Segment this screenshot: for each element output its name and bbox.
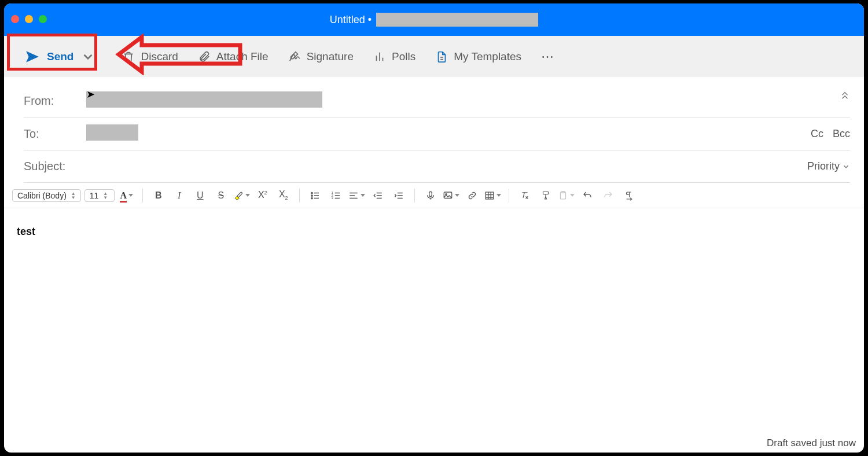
font-name-value: Calibri (Body) <box>17 191 67 200</box>
svg-point-1 <box>311 194 312 196</box>
dictate-button[interactable] <box>422 187 439 204</box>
indent-icon <box>393 190 404 201</box>
ellipsis-icon: ⋯ <box>541 49 555 64</box>
underline-button[interactable]: U <box>192 187 209 204</box>
paint-icon <box>540 190 551 201</box>
to-value[interactable] <box>86 124 811 143</box>
attach-label: Attach File <box>216 50 269 63</box>
signature-button[interactable]: Signature <box>288 50 354 63</box>
signature-label: Signature <box>307 50 354 63</box>
font-name-select[interactable]: Calibri (Body) ▲▼ <box>12 189 81 202</box>
subscript-button[interactable]: X2 <box>275 187 292 204</box>
svg-point-2 <box>311 197 312 198</box>
main-toolbar: Send Discard Attach File Signature Polls… <box>4 36 864 78</box>
close-window-icon[interactable] <box>11 15 19 23</box>
body-text: test <box>17 226 35 237</box>
bullets-icon <box>310 190 321 201</box>
svg-rect-9 <box>486 192 494 199</box>
templates-icon <box>435 50 448 63</box>
polls-label: Polls <box>392 50 415 63</box>
subject-label: Subject: <box>24 160 86 173</box>
window-title: Untitled • <box>330 13 538 27</box>
from-value[interactable] <box>86 91 850 110</box>
italic-icon: I <box>178 190 181 201</box>
align-button[interactable] <box>348 187 366 204</box>
insert-picture-button[interactable] <box>443 187 460 204</box>
font-color-icon: A <box>120 190 127 201</box>
strikethrough-button[interactable]: S <box>212 187 230 204</box>
title-redacted <box>376 13 538 27</box>
subject-row: Subject: Priority <box>24 150 850 183</box>
separator <box>414 189 415 203</box>
svg-rect-6 <box>429 192 432 196</box>
separator <box>142 189 143 203</box>
text-direction-button[interactable] <box>620 187 638 204</box>
clear-formatting-button[interactable] <box>516 187 534 204</box>
stepper-icon: ▲▼ <box>103 192 108 200</box>
to-label: To: <box>24 127 86 141</box>
redo-button[interactable] <box>599 187 617 204</box>
outdent-button[interactable] <box>369 187 387 204</box>
subject-input[interactable] <box>86 160 807 173</box>
clear-format-icon <box>520 190 530 201</box>
underline-icon: U <box>197 190 204 201</box>
chevron-down-icon <box>842 163 850 171</box>
polls-button[interactable]: Polls <box>373 50 415 63</box>
font-size-select[interactable]: 11 ▲▼ <box>84 189 115 202</box>
collapse-header-button[interactable] <box>840 90 850 103</box>
font-color-button[interactable]: A <box>118 187 135 204</box>
chevron-down-icon[interactable] <box>80 49 95 64</box>
from-row: ➤ From: <box>24 84 850 117</box>
superscript-button[interactable]: X2 <box>254 187 271 204</box>
priority-button[interactable]: Priority <box>807 160 850 172</box>
trash-icon <box>122 50 135 63</box>
discard-button[interactable]: Discard <box>122 50 178 63</box>
window-controls <box>11 15 47 23</box>
outdent-icon <box>373 190 383 201</box>
polls-icon <box>373 50 386 63</box>
indent-button[interactable] <box>390 187 407 204</box>
bcc-button[interactable]: Bcc <box>833 128 850 140</box>
title-label: Untitled • <box>330 14 372 26</box>
table-icon <box>484 190 495 201</box>
redo-icon <box>603 190 613 201</box>
message-body[interactable]: test <box>4 208 864 255</box>
clipboard-icon <box>558 190 568 201</box>
discard-label: Discard <box>141 50 178 63</box>
stepper-icon: ▲▼ <box>71 192 76 200</box>
my-templates-button[interactable]: My Templates <box>435 50 521 63</box>
highlight-button[interactable] <box>233 187 251 204</box>
signature-icon <box>288 50 301 63</box>
attach-file-button[interactable]: Attach File <box>198 50 269 63</box>
header-fields: ➤ From: To: Cc Bcc Subject: <box>4 78 864 183</box>
titlebar: Untitled • <box>4 3 864 36</box>
cc-button[interactable]: Cc <box>811 128 823 140</box>
insert-link-button[interactable] <box>464 187 481 204</box>
to-row: To: Cc Bcc <box>24 117 850 150</box>
text-direction-icon <box>624 190 634 201</box>
maximize-window-icon[interactable] <box>39 15 47 23</box>
separator <box>299 189 300 203</box>
strikethrough-icon: S <box>218 190 224 201</box>
format-painter-button[interactable] <box>537 187 554 204</box>
bold-icon: B <box>155 190 162 201</box>
more-options-button[interactable]: ⋯ <box>541 49 555 64</box>
italic-button[interactable]: I <box>171 187 188 204</box>
insert-table-button[interactable] <box>484 187 502 204</box>
font-size-value: 11 <box>90 191 99 200</box>
subject-value[interactable] <box>86 160 807 173</box>
bullet-list-button[interactable] <box>307 187 324 204</box>
numbered-list-button[interactable]: 123 <box>328 187 345 204</box>
from-label: From: <box>24 94 86 108</box>
microphone-icon <box>425 190 436 201</box>
send-icon <box>25 49 40 64</box>
svg-point-0 <box>311 192 312 193</box>
send-button[interactable]: Send <box>18 46 102 68</box>
templates-label: My Templates <box>454 50 521 63</box>
paste-button[interactable] <box>558 187 575 204</box>
minimize-window-icon[interactable] <box>25 15 33 23</box>
undo-icon <box>582 190 593 201</box>
link-icon <box>467 190 477 201</box>
undo-button[interactable] <box>579 187 596 204</box>
bold-button[interactable]: B <box>150 187 167 204</box>
